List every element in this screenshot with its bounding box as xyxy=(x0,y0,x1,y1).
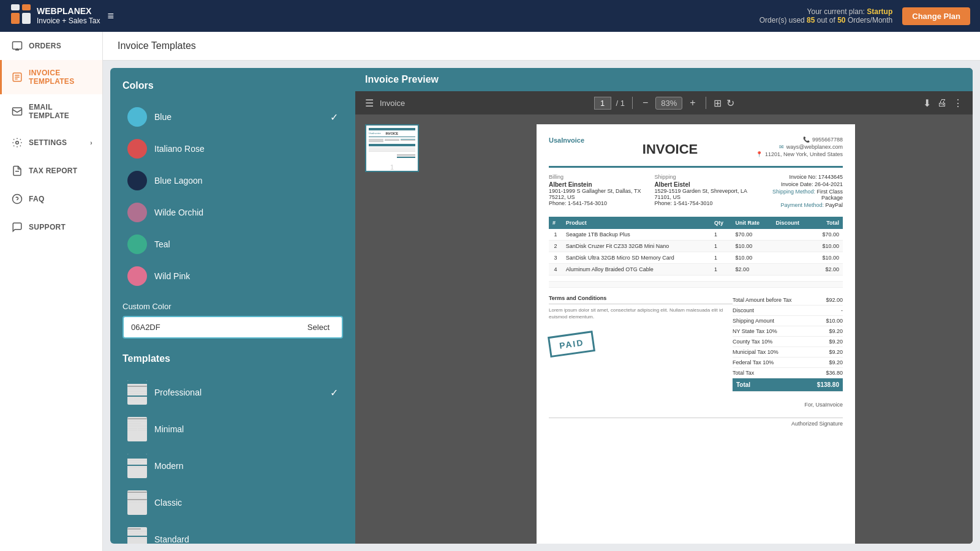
cell-qty-2: 1 xyxy=(710,241,732,252)
template-thumb-modern xyxy=(127,454,147,478)
svg-rect-1 xyxy=(22,4,31,10)
paid-stamp: PAID xyxy=(548,331,595,358)
rotate-icon[interactable]: ↻ xyxy=(726,97,734,109)
pdf-thumbnail-1[interactable]: UsaInvoice INVOICE xyxy=(365,124,419,172)
inv-header: UsaInvoice INVOICE 📞 9955667788 ✉ xyxy=(549,137,843,159)
svg-rect-4 xyxy=(13,42,22,49)
template-label-professional: Professional xyxy=(154,388,323,397)
sidebar-item-email-template[interactable]: EMAIL TEMPLATE xyxy=(0,94,102,129)
preview-title: Invoice Preview xyxy=(365,74,439,84)
logo-sub: Invoice + Sales Tax xyxy=(37,17,100,26)
preview-header: Invoice Preview xyxy=(355,68,973,91)
template-item-classic[interactable]: Classic xyxy=(123,484,343,521)
menu-icon[interactable]: ☰ xyxy=(365,97,374,109)
location-icon: 📍 xyxy=(756,151,763,157)
inv-totals: Total Amount before Tax$92.00 Discount- … xyxy=(733,295,843,392)
inv-sign-for: For, UsaInvoice xyxy=(549,402,843,408)
color-item-wild-pink[interactable]: Wild Pink xyxy=(123,260,343,292)
cell-num-4: 4 xyxy=(549,264,562,276)
total-row-municipal: Municipal Tax 10%$9.20 xyxy=(733,347,843,358)
custom-color-input[interactable] xyxy=(123,316,295,339)
cell-rate-3: $10.00 xyxy=(732,252,772,264)
zoom-in-button[interactable]: + xyxy=(687,96,698,110)
svg-point-9 xyxy=(13,195,22,204)
inv-email: ✉ ways@webplanex.com xyxy=(756,144,843,150)
template-item-modern[interactable]: Modern xyxy=(123,448,343,484)
invoice-page: UsaInvoice INVOICE 📞 9955667788 ✉ xyxy=(537,124,855,544)
billing-phone: Phone: 1-541-754-3010 xyxy=(549,200,654,206)
pdf-toolbar: ☰ Invoice / 1 − 83% + ⊞ ↻ xyxy=(355,91,973,114)
color-label-teal: Teal xyxy=(154,239,338,249)
sidebar-item-invoice-templates-label: INVOICE TEMPLATES xyxy=(29,69,92,86)
logo-icon xyxy=(10,3,32,29)
email-icon: ✉ xyxy=(779,144,784,150)
custom-color-label: Custom Color xyxy=(123,302,343,311)
table-row: 4 Aluminum Alloy Braided OTG Cable 1 $2.… xyxy=(549,264,843,276)
sidebar: ORDERS INVOICE TEMPLATES EMAIL TEMPLATE … xyxy=(0,32,103,551)
inv-th-qty: Qty xyxy=(710,217,732,229)
inv-table-header-row: # Product Qty Unit Rate Discount Total xyxy=(549,217,843,229)
color-item-wilde-orchid[interactable]: Wilde Orchid xyxy=(123,197,343,228)
zoom-out-button[interactable]: − xyxy=(640,96,650,110)
color-item-italiano-rose[interactable]: Italiano Rose xyxy=(123,133,343,165)
change-plan-button[interactable]: Change Plan xyxy=(902,7,970,25)
template-item-professional[interactable]: Professional ✓ xyxy=(123,374,343,411)
pdf-page-separator: / 1 xyxy=(616,99,625,108)
color-check-blue: ✓ xyxy=(330,111,338,123)
main-layout: ORDERS INVOICE TEMPLATES EMAIL TEMPLATE … xyxy=(0,32,980,551)
cell-rate-2: $10.00 xyxy=(732,241,772,252)
color-label-blue-lagoon: Blue Lagoon xyxy=(154,176,338,186)
sidebar-item-invoice-templates[interactable]: INVOICE TEMPLATES xyxy=(0,60,102,94)
billing-label: Billing xyxy=(549,174,654,180)
pdf-page-input[interactable] xyxy=(594,97,611,110)
orders-info: Order(s) used 85 out of 50 Orders/Month xyxy=(760,16,893,24)
logo-brand: WEBPLANEX xyxy=(37,6,100,17)
sidebar-item-settings[interactable]: SETTINGS › xyxy=(0,129,102,157)
billing-address: 1901-1999 S Gallagher St, Dallas, TX 752… xyxy=(549,188,654,200)
template-item-standard[interactable]: Standard xyxy=(123,521,343,544)
sidebar-item-faq-label: FAQ xyxy=(29,195,45,203)
color-swatch-teal xyxy=(127,234,147,254)
content: Invoice Templates Colors Blue ✓ Italiano… xyxy=(103,32,980,551)
svg-rect-3 xyxy=(22,13,31,24)
inv-contact: 📞 9955667788 ✉ ways@webplanex.com 📍 xyxy=(756,137,843,159)
shipping-address: 1529-1519 Garden St, Shreveport, LA 7110… xyxy=(654,188,760,200)
color-swatch-wild-pink xyxy=(127,266,147,286)
color-item-blue-lagoon[interactable]: Blue Lagoon xyxy=(123,165,343,197)
inv-footer-left: Terms and Conditions Lorem ipsum dolor s… xyxy=(549,295,733,354)
inv-title: INVOICE xyxy=(584,137,756,157)
color-item-blue[interactable]: Blue ✓ xyxy=(123,101,343,133)
template-item-minimal[interactable]: Minimal xyxy=(123,411,343,448)
separator2 xyxy=(706,97,706,109)
inv-divider xyxy=(549,166,843,168)
print-icon[interactable]: 🖨 xyxy=(937,97,947,108)
more-icon[interactable]: ⋮ xyxy=(953,97,963,109)
sidebar-item-tax-report[interactable]: TAX REPORT xyxy=(0,157,102,185)
download-icon[interactable]: ⬇ xyxy=(923,97,931,109)
select-color-button[interactable]: Select xyxy=(295,316,343,339)
sidebar-item-faq[interactable]: FAQ xyxy=(0,185,102,213)
cell-qty-1: 1 xyxy=(710,229,732,241)
template-label-classic: Classic xyxy=(154,498,338,508)
inv-th-total: Total xyxy=(812,217,843,229)
total-row-discount: Discount- xyxy=(733,305,843,316)
cell-product-4: Aluminum Alloy Braided OTG Cable xyxy=(562,264,710,276)
cell-total-2: $10.00 xyxy=(812,241,843,252)
color-item-teal[interactable]: Teal xyxy=(123,228,343,260)
right-panel: Invoice Preview ☰ Invoice / 1 − 83% + xyxy=(355,68,973,544)
hamburger-icon[interactable]: ≡ xyxy=(108,10,115,23)
cell-total-1: $70.00 xyxy=(812,229,843,241)
svg-point-7 xyxy=(16,141,19,144)
fit-page-icon[interactable]: ⊞ xyxy=(714,97,722,109)
cell-product-3: SanDisk Ultra 32GB Micro SD Memory Card xyxy=(562,252,710,264)
pdf-toolbar-right: ⬇ 🖨 ⋮ xyxy=(923,97,963,109)
cell-num-2: 2 xyxy=(549,241,562,252)
template-label-modern: Modern xyxy=(154,461,338,471)
inv-ship-method-row: Shipping Method: First Class Package xyxy=(760,189,843,201)
custom-color-section: Custom Color Select xyxy=(123,302,343,339)
sidebar-item-support[interactable]: SUPPORT xyxy=(0,213,102,241)
sidebar-item-support-label: SUPPORT xyxy=(29,223,66,231)
sidebar-item-orders[interactable]: ORDERS xyxy=(0,32,102,60)
table-row: 3 SanDisk Ultra 32GB Micro SD Memory Car… xyxy=(549,252,843,264)
sidebar-item-email-template-label: EMAIL TEMPLATE xyxy=(29,103,92,120)
